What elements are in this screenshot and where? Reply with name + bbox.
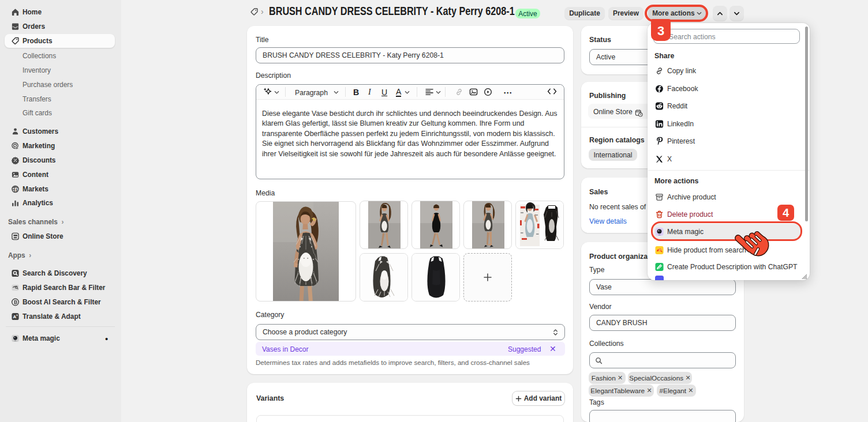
svg-text:A: A (13, 314, 16, 319)
svg-text:$: $ (16, 188, 18, 193)
